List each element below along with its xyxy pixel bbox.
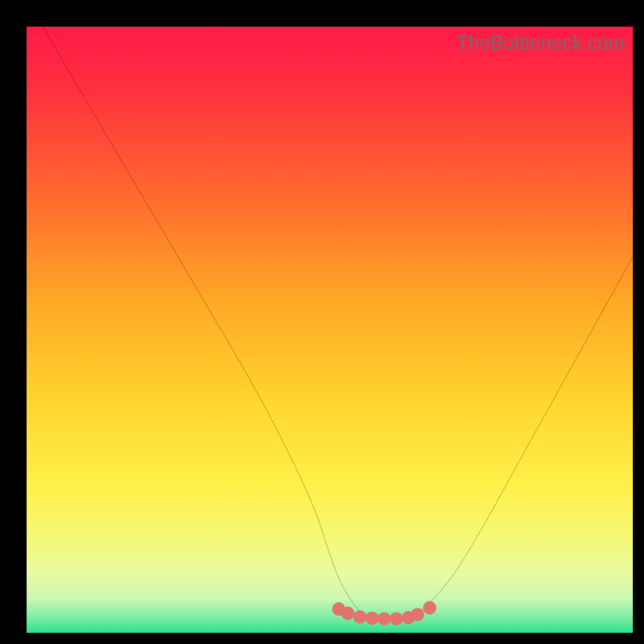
optimal-range-markers [332, 601, 437, 625]
marker-point [423, 601, 436, 615]
watermark-text: TheBottleneck.com [456, 31, 625, 54]
chart-frame: TheBottleneck.com [0, 0, 644, 644]
marker-point [378, 612, 391, 625]
plot-area: TheBottleneck.com [27, 27, 633, 633]
marker-point [390, 612, 403, 625]
bottleneck-curve [27, 27, 633, 621]
marker-point [341, 607, 355, 621]
marker-point [411, 608, 424, 621]
marker-point [365, 612, 379, 625]
chart-svg [27, 27, 633, 633]
marker-point [353, 610, 367, 624]
